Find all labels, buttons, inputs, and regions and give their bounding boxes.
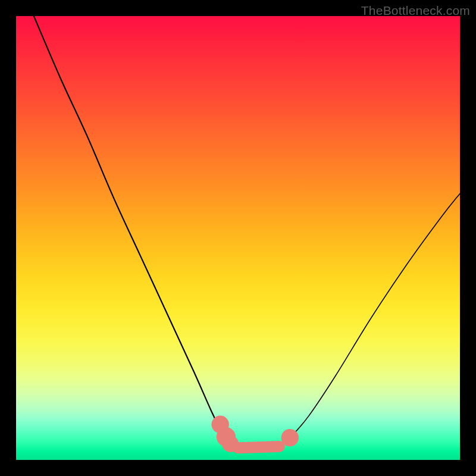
marker-dot (226, 439, 235, 449)
marker-dot (284, 433, 295, 443)
plot-area (16, 16, 460, 460)
trough-markers (211, 416, 299, 453)
marker-pill (238, 447, 279, 448)
curve-layer (16, 16, 460, 460)
marker-pill (220, 424, 226, 437)
curve-right-arm (256, 193, 460, 451)
watermark-text: TheBottleneck.com (361, 4, 470, 18)
curve-left-arm (34, 16, 256, 451)
outer-frame: TheBottleneck.com (0, 0, 476, 476)
